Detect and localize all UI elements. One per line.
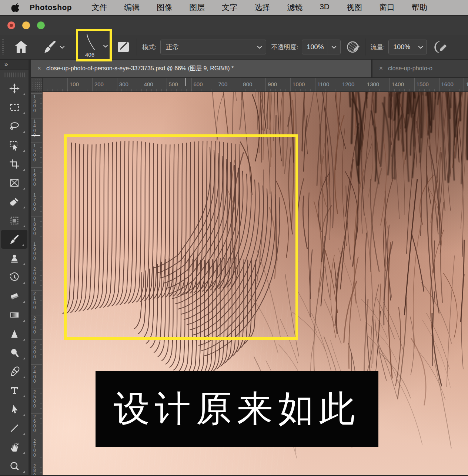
ruler-minor-tick xyxy=(40,271,42,271)
ruler-minor-tick xyxy=(40,207,42,207)
eyedropper-tool[interactable] xyxy=(0,192,29,211)
line-tool[interactable] xyxy=(0,419,29,438)
brush-tool-icon xyxy=(9,234,20,245)
ruler-minor-tick xyxy=(40,275,42,276)
history-brush-tool[interactable] xyxy=(0,268,29,286)
eyedropper-tool-icon xyxy=(9,196,20,207)
close-tab-icon[interactable]: × xyxy=(379,65,383,72)
ruler-corner[interactable] xyxy=(31,78,43,91)
ruler-major-tick xyxy=(92,78,93,91)
pen-tool-icon xyxy=(9,366,20,377)
ruler-label: 2 8 0 0 xyxy=(33,464,36,476)
opacity-control[interactable]: 100% xyxy=(302,40,340,54)
frame-tool[interactable] xyxy=(0,173,29,192)
document-tab-inactive[interactable]: × close-up-photo-o xyxy=(372,60,468,77)
lasso-tool[interactable] xyxy=(0,117,29,135)
opacity-chevron-icon[interactable] xyxy=(328,40,340,54)
ruler-major-tick xyxy=(439,78,439,91)
brush-tool[interactable] xyxy=(1,230,27,249)
menu-item[interactable]: 文字 xyxy=(213,2,246,13)
zoom-tool[interactable] xyxy=(0,456,29,475)
sharpen-tool[interactable] xyxy=(0,324,29,343)
brush-tool-chevron-icon[interactable] xyxy=(59,46,68,49)
ruler-minor-tick xyxy=(40,359,42,359)
ruler-label: 700 xyxy=(218,81,227,87)
ruler-minor-tick xyxy=(40,300,42,301)
ruler-minor-tick xyxy=(40,226,42,227)
vertical-ruler[interactable]: 1 3 0 01 4 0 01 5 0 01 6 0 01 7 0 01 8 0… xyxy=(31,92,43,475)
type-tool[interactable] xyxy=(0,381,29,400)
menu-item[interactable]: 图层 xyxy=(181,2,213,13)
document-tab-active[interactable]: × close-up-photo-of-person-s-eye-3373735… xyxy=(31,60,372,77)
move-tool[interactable] xyxy=(0,79,29,98)
close-tab-icon[interactable]: × xyxy=(37,65,41,72)
ruler-label: 1600 xyxy=(441,81,454,87)
healing-brush-tool[interactable] xyxy=(0,211,29,230)
flow-chevron-icon[interactable] xyxy=(414,40,427,54)
crop-tool-icon xyxy=(9,158,20,170)
app-name[interactable]: Photoshop xyxy=(30,3,72,12)
pen-tool[interactable] xyxy=(0,362,29,381)
document-tab-title: close-up-photo-of-person-s-eye-3373735.p… xyxy=(46,65,234,73)
ruler-minor-tick xyxy=(40,133,42,133)
menu-item[interactable]: 窗口 xyxy=(371,2,403,13)
menu-item[interactable]: 帮助 xyxy=(403,2,436,13)
blend-mode-select[interactable]: 正常 xyxy=(160,40,266,54)
menu-item[interactable]: 图像 xyxy=(148,2,181,13)
ruler-minor-tick xyxy=(40,152,42,153)
menu-item[interactable]: 选择 xyxy=(246,2,278,13)
pressure-opacity-icon[interactable] xyxy=(346,39,361,55)
close-window-button[interactable] xyxy=(7,21,15,29)
document-tab-bar: × close-up-photo-of-person-s-eye-3373735… xyxy=(31,60,468,78)
ruler-major-tick xyxy=(31,241,42,241)
caption-banner: 设计原来如此 xyxy=(96,371,378,447)
horizontal-ruler[interactable]: 1002003004005006007008009001000110012001… xyxy=(43,78,468,91)
apple-logo-icon[interactable] xyxy=(11,3,21,12)
menu-item[interactable]: 文件 xyxy=(83,2,116,13)
minimize-window-button[interactable] xyxy=(22,21,30,29)
ruler-major-tick xyxy=(340,78,340,91)
flow-value[interactable]: 100% xyxy=(389,43,414,51)
ruler-label: 2 7 0 0 xyxy=(33,439,36,457)
ruler-major-tick xyxy=(142,78,142,91)
ruler-major-tick xyxy=(31,364,42,365)
tool-palette: » xyxy=(0,60,29,475)
ruler-major-tick xyxy=(117,78,117,91)
clone-stamp-tool[interactable] xyxy=(0,249,29,268)
opacity-value[interactable]: 100% xyxy=(302,43,327,51)
brush-tool-icon[interactable] xyxy=(43,40,57,54)
menu-item[interactable]: 3D xyxy=(311,2,338,13)
ruler-minor-tick xyxy=(40,408,42,409)
ruler-minor-tick xyxy=(40,467,42,468)
ruler-minor-tick xyxy=(40,374,42,374)
home-icon[interactable] xyxy=(13,38,30,56)
options-bar-grip[interactable] xyxy=(1,39,4,55)
ruler-minor-tick xyxy=(40,98,42,98)
toolbar-grip[interactable] xyxy=(4,73,25,77)
path-selection-tool[interactable] xyxy=(0,400,29,419)
document-canvas[interactable]: 设计原来如此 xyxy=(43,92,468,475)
gradient-tool[interactable] xyxy=(0,305,29,324)
menu-item[interactable]: 滤镜 xyxy=(278,2,311,13)
marquee-tool[interactable] xyxy=(0,98,29,117)
ruler-label: 2 5 0 0 xyxy=(33,390,36,408)
airbrush-icon[interactable] xyxy=(431,38,448,56)
eraser-tool[interactable] xyxy=(0,286,29,305)
dodge-tool[interactable] xyxy=(0,343,29,362)
ruler-minor-tick xyxy=(40,335,42,335)
line-tool-icon xyxy=(9,423,20,434)
brush-preset-picker[interactable]: 406 xyxy=(76,29,112,61)
toggle-brush-settings-panel-icon[interactable] xyxy=(116,40,131,54)
ruler-label: 1 6 0 0 xyxy=(33,168,36,187)
crop-tool[interactable] xyxy=(0,154,29,173)
hand-tool[interactable] xyxy=(0,438,29,456)
history-brush-tool-icon xyxy=(9,272,20,283)
flow-control[interactable]: 100% xyxy=(388,40,427,54)
toolbar-expand-button[interactable]: » xyxy=(0,60,29,70)
menu-item[interactable]: 视图 xyxy=(338,2,371,13)
object-selection-tool[interactable] xyxy=(0,135,29,154)
ruler-major-tick xyxy=(191,78,192,91)
menu-item[interactable]: 编辑 xyxy=(116,2,148,13)
zoom-window-button[interactable] xyxy=(37,21,45,29)
hand-tool-icon xyxy=(9,442,20,453)
